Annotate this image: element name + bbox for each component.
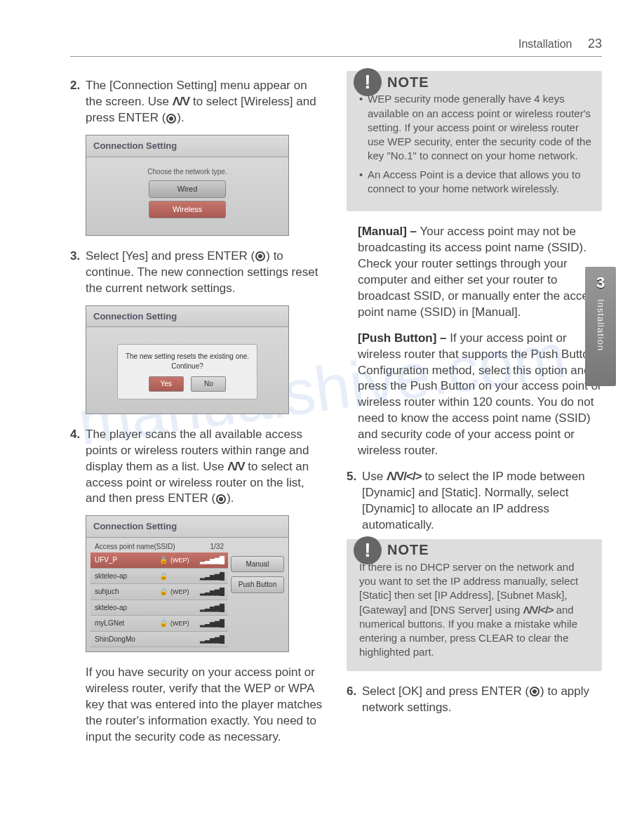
chapter-label: Installation xyxy=(594,299,607,351)
signal-icon: ▂▃▅▆█ xyxy=(200,603,224,613)
ap-name: suhjuch xyxy=(95,587,156,597)
screenshot-title: Connection Setting xyxy=(86,135,288,157)
enter-icon xyxy=(255,251,265,261)
lock-icon: 🔒 xyxy=(159,571,168,581)
signal-icon: ▂▃▅▆█ xyxy=(200,635,224,644)
enter-icon xyxy=(166,114,176,124)
step-text: Use Λ/V/</> to select the IP mode betwee… xyxy=(362,469,602,534)
ap-name: ShinDongMo xyxy=(95,635,165,644)
note-box-2: ! NOTE If there is no DHCP server on the… xyxy=(347,539,602,671)
definition-label: [Manual] – xyxy=(358,225,417,238)
ap-name: myLGNet xyxy=(95,618,156,628)
screenshot-ap-list: Connection Setting Access point name(SSI… xyxy=(86,515,289,652)
note-box-1: ! NOTE WEP security mode generally have … xyxy=(347,71,602,211)
ap-name: skteleo-ap xyxy=(95,571,156,581)
confirm-dialog: The new setting resets the existing one.… xyxy=(117,344,257,399)
step-5: 5. Use Λ/V/</> to select the IP mode bet… xyxy=(347,469,602,534)
note-label: NOTE xyxy=(387,73,429,92)
chapter-tab: 3 Installation xyxy=(585,267,616,386)
step-number: 4. xyxy=(70,427,86,508)
signal-icon: ▂▃▅▆█ xyxy=(200,618,224,628)
enter-icon xyxy=(216,494,226,504)
push-button-button[interactable]: Push Button xyxy=(231,576,284,593)
lock-icon: 🔒 xyxy=(159,555,168,565)
ap-list-row[interactable]: suhjuch🔒(WEP)▂▃▅▆█ xyxy=(90,584,228,600)
page-number: 23 xyxy=(588,37,602,51)
info-icon: ! xyxy=(354,536,382,564)
screenshot-title: Connection Setting xyxy=(86,306,288,328)
content-columns: 2. The [Connection Setting] menu appear … xyxy=(70,78,602,751)
ap-encryption: (WEP) xyxy=(170,588,200,596)
lock-icon: 🔒 xyxy=(159,618,168,628)
step-number: 5. xyxy=(347,469,362,534)
step-4: 4. The player scans the all available ac… xyxy=(70,427,326,508)
definition-label: [Push Button] – xyxy=(358,331,447,345)
signal-icon: ▂▃▅▆█ xyxy=(200,555,224,565)
nav-arrows-icon: Λ/V xyxy=(227,460,244,473)
note-list: WEP security mode generally have 4 keys … xyxy=(359,92,592,196)
screenshot-body: Access point name(SSID) 1/32 UFV_P🔒(WEP)… xyxy=(86,538,288,652)
note-item: An Access Point is a device that allows … xyxy=(359,168,592,197)
ap-list-row[interactable]: myLGNet🔒(WEP)▂▃▅▆█ xyxy=(90,616,228,632)
step-4-note: If you have security on your access poin… xyxy=(70,665,326,746)
page: Installation 23 manualshive.com 2. The [… xyxy=(0,0,644,779)
screenshot-title: Connection Setting xyxy=(86,516,288,538)
screenshot-body: The new setting resets the existing one.… xyxy=(86,327,288,413)
manual-button[interactable]: Manual xyxy=(231,556,284,573)
chapter-number: 3 xyxy=(585,267,616,295)
no-button[interactable]: No xyxy=(191,376,226,392)
header-section: Installation xyxy=(518,38,572,50)
pushbutton-definition: [Push Button] – If your access point or … xyxy=(347,331,602,460)
left-column: 2. The [Connection Setting] menu appear … xyxy=(70,78,326,751)
step-6: 6. Select [OK] and press ENTER () to app… xyxy=(347,684,602,716)
wireless-option[interactable]: Wireless xyxy=(149,201,226,218)
note-label: NOTE xyxy=(387,541,429,560)
wired-option[interactable]: Wired xyxy=(149,180,226,198)
step-3: 3. Select [Yes] and press ENTER () to co… xyxy=(70,249,326,297)
step-text: The [Connection Setting] menu appear on … xyxy=(86,78,326,126)
step-text: If you have security on your access poin… xyxy=(86,665,326,746)
screenshot-confirm: Connection Setting The new setting reset… xyxy=(86,305,289,414)
nav-arrows-icon: Λ/V xyxy=(173,95,189,108)
note-item: WEP security mode generally have 4 keys … xyxy=(359,92,592,163)
yes-button[interactable]: Yes xyxy=(149,376,184,392)
enter-icon xyxy=(530,687,539,696)
screenshot-caption: Choose the network type. xyxy=(93,167,281,177)
screenshot-body: Choose the network type. Wired Wireless xyxy=(86,157,288,235)
nav-arrows-icon: Λ/V/</> xyxy=(523,604,553,616)
note-header: ! NOTE xyxy=(354,536,429,564)
note-text: If there is no DHCP server on the networ… xyxy=(359,560,592,660)
ap-encryption: (WEP) xyxy=(170,619,200,628)
step-number: 2. xyxy=(70,78,86,126)
screenshot-connection-type: Connection Setting Choose the network ty… xyxy=(86,135,289,236)
ap-list-row[interactable]: ShinDongMo▂▃▅▆█ xyxy=(90,632,228,648)
ap-name: skteleo-ap xyxy=(95,603,165,613)
page-header: Installation 23 xyxy=(70,35,602,57)
step-number: 6. xyxy=(347,684,362,716)
step-number: 3. xyxy=(70,249,86,297)
ap-list-row[interactable]: UFV_P🔒(WEP)▂▃▅▆█ xyxy=(90,552,228,569)
lock-icon: 🔒 xyxy=(159,587,168,597)
list-header: Access point name(SSID) 1/32 xyxy=(90,541,228,553)
dialog-message: The new setting resets the existing one.… xyxy=(123,352,251,371)
ap-list-row[interactable]: skteleo-ap▂▃▅▆█ xyxy=(90,600,228,616)
step-text: Select [Yes] and press ENTER () to conti… xyxy=(86,249,326,297)
nav-arrows-icon: Λ/V/</> xyxy=(387,470,422,483)
step-2: 2. The [Connection Setting] menu appear … xyxy=(70,78,326,126)
step-text: The player scans the all available acces… xyxy=(86,427,326,508)
side-buttons: Manual Push Button xyxy=(231,556,284,597)
step-text: Select [OK] and press ENTER () to apply … xyxy=(362,684,602,716)
manual-definition: [Manual] – Your access point may not be … xyxy=(347,224,602,321)
right-column: ! NOTE WEP security mode generally have … xyxy=(347,78,602,751)
ap-name: UFV_P xyxy=(95,555,156,565)
ap-list-row[interactable]: skteleo-ap🔒▂▃▅▆█ xyxy=(90,569,228,585)
signal-icon: ▂▃▅▆█ xyxy=(200,571,224,581)
signal-icon: ▂▃▅▆█ xyxy=(200,587,224,597)
ap-encryption: (WEP) xyxy=(170,556,200,564)
